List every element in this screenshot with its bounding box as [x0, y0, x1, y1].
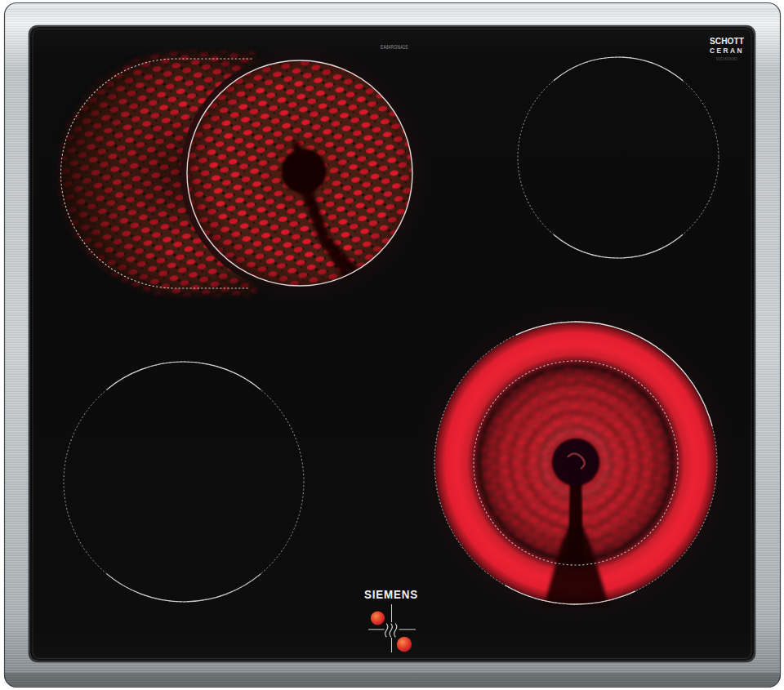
glass-code: 9001609080 [716, 57, 737, 61]
element-center [552, 438, 599, 486]
zone-back-left [57, 42, 430, 304]
ceran-text: CERAN [710, 47, 744, 55]
cooktop-photo: EA64RGNA1E SCHOTT CERAN 9001609080 SIEME… [0, 0, 784, 690]
heat-dot-front-right [397, 637, 412, 652]
model-code: EA64RGNA1E [381, 43, 408, 51]
schott-text: SCHOTT [710, 36, 745, 46]
main-element [187, 60, 412, 286]
cooktop-scene: EA64RGNA1E SCHOTT CERAN 9001609080 SIEME… [0, 0, 784, 690]
zone-front-right [416, 303, 736, 623]
siemens-logo: SIEMENS [364, 587, 418, 601]
element-center [282, 149, 326, 194]
heat-dot-back-left [371, 611, 385, 625]
